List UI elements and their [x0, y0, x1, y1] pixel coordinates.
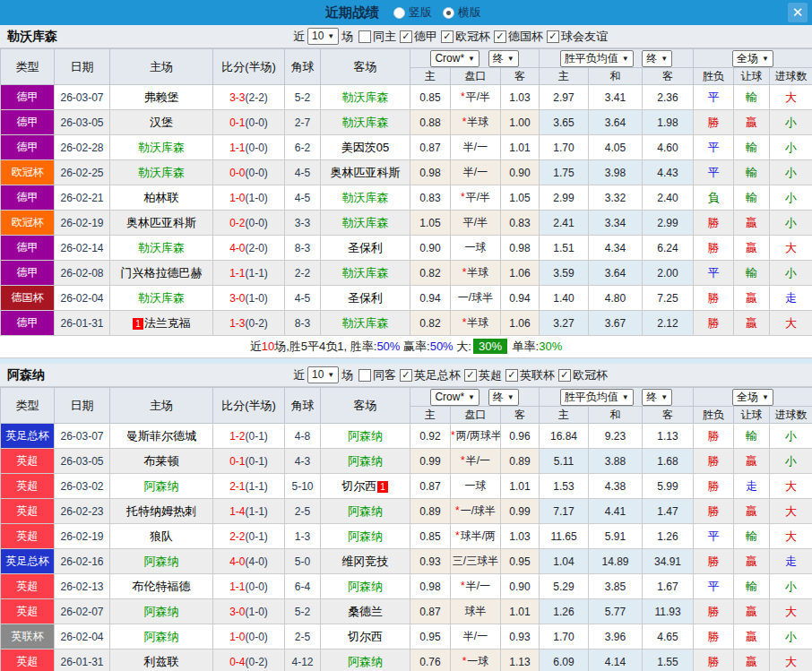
scope-select[interactable]: 全场 — [732, 50, 773, 67]
same-venue-checkbox[interactable]: 同主 — [358, 29, 396, 45]
home-team-name: 弗赖堡 — [144, 90, 179, 104]
avg-stage-select[interactable]: 终 — [642, 50, 672, 67]
away-team: 切尔西 — [321, 624, 410, 649]
handicap-star: * — [451, 429, 455, 442]
handicap-text: 球半/两 — [461, 529, 496, 542]
result-handicap: 輸 — [734, 185, 770, 211]
col-handicap-result: 让球 — [734, 68, 770, 85]
match-score: 1-1(1-1) — [213, 261, 285, 286]
handicap: *一/球半 — [451, 499, 501, 524]
match-row: 欧冠杯26-02-19奥林匹亚科斯0-2(0-0)3-3勒沃库森1.05平/半0… — [1, 211, 812, 236]
avg-home-odds: 3.65 — [540, 110, 589, 135]
league-filter-checkbox[interactable]: ✓球会友谊 — [547, 29, 608, 45]
avg-draw-odds: 3.67 — [589, 311, 643, 336]
handicap-text: 一/球半 — [461, 504, 496, 517]
checkbox-checked-icon: ✓ — [547, 30, 559, 43]
league-badge: 德甲 — [1, 185, 55, 211]
league-filter-checkbox[interactable]: ✓德国杯 — [494, 29, 543, 45]
result-handicap: 贏 — [734, 311, 770, 336]
crown-home-odds: 0.94 — [410, 286, 451, 311]
match-count-select[interactable]: 10 — [307, 366, 339, 383]
result-wdl: 平 — [694, 574, 734, 599]
avg-away-odds: 2.40 — [643, 185, 694, 211]
match-count-select[interactable]: 10 — [307, 28, 339, 45]
handicap: 一/球半 — [451, 286, 501, 311]
away-team: 切尔西1 — [321, 474, 410, 499]
match-score: 1-1(0-0) — [213, 135, 285, 160]
home-team: 阿森纳 — [110, 549, 213, 574]
handicap: *半/一 — [451, 574, 501, 599]
halftime-score: (0-0) — [246, 631, 268, 643]
result-goals: 小 — [770, 574, 812, 599]
match-date: 26-02-25 — [55, 160, 110, 185]
crown-home-odds: 0.82 — [410, 261, 451, 286]
layout-radio-horizontal[interactable]: 横版 — [443, 4, 481, 21]
result-wdl: 勝 — [694, 649, 734, 671]
avg-odds-select[interactable]: 胜平负均值 — [560, 389, 634, 406]
result-wdl: 勝 — [694, 599, 734, 624]
league-filter-checkbox[interactable]: ✓欧冠杯 — [558, 367, 608, 383]
team-name: 勒沃库森 — [0, 29, 57, 45]
fulltime-score: 0-2 — [229, 217, 245, 229]
avg-home-odds: 5.11 — [540, 449, 589, 474]
layout-radio-vertical[interactable]: 竖版 — [393, 4, 432, 21]
away-team: 圣保利 — [321, 286, 410, 311]
league-filter-checkbox[interactable]: ✓欧冠杯 — [441, 29, 490, 45]
result-goals: 走 — [770, 549, 812, 574]
home-team-name: 奥林匹亚科斯 — [126, 216, 196, 229]
scope-select[interactable]: 全场 — [732, 389, 773, 406]
home-team: 阿森纳 — [110, 599, 213, 624]
col-date: 日期 — [55, 388, 110, 424]
handicap-text: 半/一 — [463, 141, 488, 153]
crown-home-odds: 0.90 — [410, 236, 451, 261]
col-score: 比分(半场) — [213, 49, 285, 85]
corner-score: 4-5 — [285, 286, 321, 311]
away-team: 阿森纳 — [321, 574, 410, 599]
match-date: 26-03-05 — [55, 110, 110, 135]
avg-away-odds: 7.25 — [643, 286, 694, 311]
games-label: 场 — [341, 367, 353, 383]
result-goals: 小 — [770, 211, 812, 236]
corner-score: 4-5 — [285, 160, 321, 185]
avg-away-odds: 6.24 — [643, 236, 694, 261]
league-badge: 英足总杯 — [1, 549, 55, 574]
result-wdl: 勝 — [694, 110, 734, 135]
halftime-score: (4-0) — [246, 555, 268, 568]
home-team-name: 勒沃库森 — [138, 241, 185, 254]
league-filter-checkbox[interactable]: ✓英超 — [464, 367, 502, 383]
result-handicap: 贏 — [734, 211, 770, 236]
league-filter-group: ✓英足总杯✓英超✓英联杯✓欧冠杯 — [398, 367, 609, 383]
match-score: 1-1(0-0) — [213, 574, 285, 599]
close-button[interactable]: ✕ — [788, 3, 808, 22]
away-team-name: 勒沃库森 — [342, 216, 389, 229]
result-handicap: 輸 — [734, 261, 770, 286]
league-filter-checkbox[interactable]: ✓英联杯 — [505, 367, 555, 383]
avg-odds-select[interactable]: 胜平负均值 — [560, 50, 634, 67]
result-goals: 大 — [770, 499, 812, 524]
avg-odds-group: 胜平负均值 终 — [540, 49, 694, 68]
odds-stage-select[interactable]: 终 — [488, 389, 519, 406]
col-home: 主场 — [110, 49, 213, 85]
match-row: 英超26-02-19狼队2-2(0-1)1-3阿森纳0.85*球半/两1.031… — [1, 524, 812, 549]
result-goals: 大 — [770, 236, 812, 261]
league-filter-checkbox[interactable]: ✓英足总杯 — [400, 367, 461, 383]
home-team-name: 阿森纳 — [144, 605, 179, 618]
match-row: 英超26-01-31利兹联0-4(0-2)4-12阿森纳0.76*一球1.136… — [1, 649, 812, 671]
match-date: 26-01-31 — [55, 649, 110, 671]
bookmaker-select[interactable]: Crow* — [430, 50, 479, 67]
match-date: 26-02-19 — [55, 524, 110, 549]
handicap-star: * — [461, 90, 465, 103]
odds-stage-select[interactable]: 终 — [488, 50, 519, 67]
league-filter-checkbox[interactable]: ✓德甲 — [400, 29, 437, 45]
away-team-name: 圣保利 — [348, 291, 383, 305]
match-score: 3-0(1-0) — [213, 599, 285, 624]
home-team-name: 曼斯菲尔德城 — [126, 429, 196, 443]
league-filter-label: 欧冠杯 — [573, 367, 608, 383]
bookmaker-select[interactable]: Crow* — [430, 389, 479, 406]
same-venue-checkbox[interactable]: 同客 — [358, 367, 396, 383]
corner-score: 2-5 — [285, 624, 321, 649]
same-venue-label: 同主 — [373, 29, 396, 45]
crown-home-odds: 0.99 — [410, 449, 451, 474]
col-corner: 角球 — [285, 49, 321, 85]
avg-stage-select[interactable]: 终 — [642, 389, 672, 406]
